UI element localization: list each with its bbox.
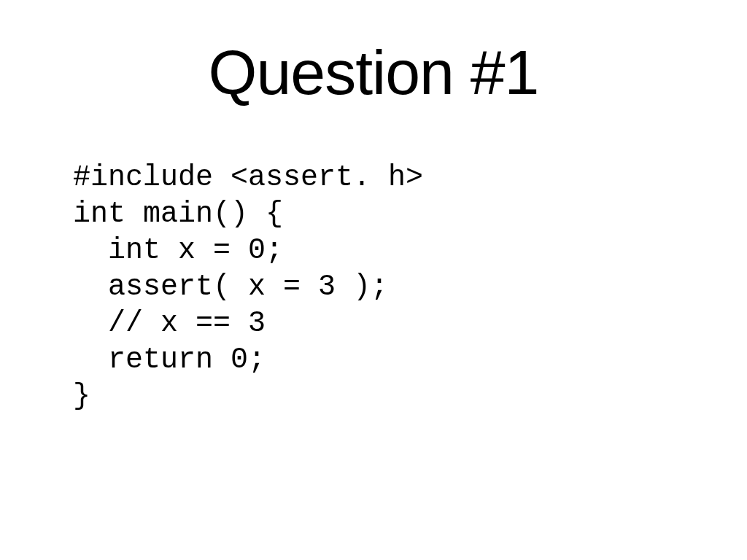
slide-container: Question #1 #include <assert. h> int mai… <box>0 0 747 560</box>
code-block: #include <assert. h> int main() { int x … <box>73 160 689 415</box>
slide-title: Question #1 <box>58 36 689 109</box>
